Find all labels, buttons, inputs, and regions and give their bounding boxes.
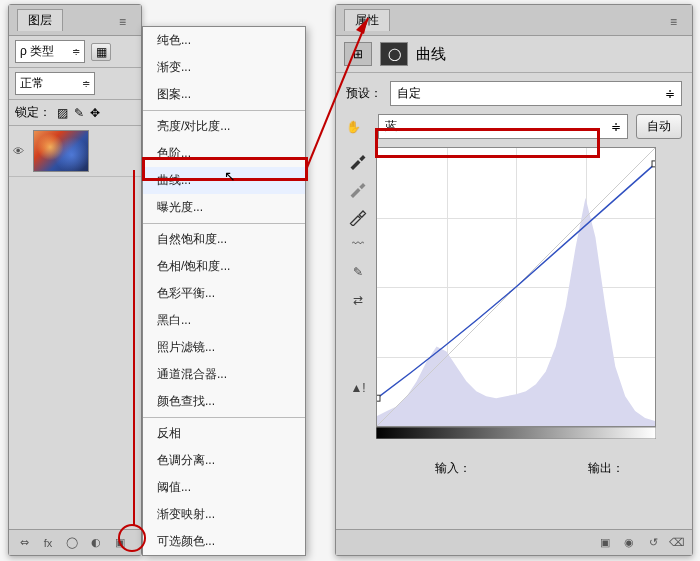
curves-tool-column: 〰 ✎ ⇄ ▲!	[346, 147, 370, 477]
eyedropper-white-icon[interactable]	[348, 207, 368, 225]
delete-icon[interactable]: ⌫	[668, 535, 686, 551]
menu-item-9[interactable]: 色彩平衡...	[143, 280, 305, 307]
preset-dropdown[interactable]: 自定≑	[390, 81, 682, 106]
menu-item-6[interactable]: 曝光度...	[143, 194, 305, 221]
menu-item-3[interactable]: 亮度/对比度...	[143, 113, 305, 140]
preset-label: 预设：	[346, 85, 382, 102]
menu-item-10[interactable]: 黑白...	[143, 307, 305, 334]
auto-button[interactable]: 自动	[636, 114, 682, 139]
menu-item-8[interactable]: 色相/饱和度...	[143, 253, 305, 280]
curves-mode-icon[interactable]: ⊞	[344, 42, 372, 66]
menu-item-0[interactable]: 纯色...	[143, 27, 305, 54]
layers-lock-row: 锁定： ▨ ✎ ✥	[9, 100, 141, 126]
input-gradient	[376, 427, 656, 439]
layers-blend-row: 正常≑	[9, 68, 141, 100]
layers-filter-row: ρ 类型≑ ▦	[9, 36, 141, 68]
blend-mode-dropdown[interactable]: 正常≑	[15, 72, 95, 95]
menu-item-7[interactable]: 自然饱和度...	[143, 226, 305, 253]
curves-graph-area: 〰 ✎ ⇄ ▲!	[346, 147, 682, 477]
curves-canvas[interactable]	[376, 147, 656, 427]
properties-bottom-bar: ▣ ◉ ↺ ⌫	[336, 529, 692, 555]
adjustment-icon[interactable]: ◐	[87, 535, 105, 551]
visibility-eye-icon[interactable]	[13, 144, 27, 158]
preset-row: 预设： 自定≑	[346, 81, 682, 106]
output-label: 输出：	[588, 460, 624, 477]
annotation-channel-highlight	[375, 128, 600, 158]
menu-item-2[interactable]: 图案...	[143, 81, 305, 108]
svg-rect-3	[376, 427, 656, 439]
layer-row[interactable]	[9, 126, 141, 177]
curve-clip-icon[interactable]: ▲!	[348, 379, 368, 397]
menu-item-18[interactable]: 可选颜色...	[143, 528, 305, 555]
adjustment-flyout-menu: 纯色...渐变...图案...亮度/对比度...色阶...曲线...曝光度...…	[142, 26, 306, 556]
lock-transparent-icon[interactable]: ▨	[57, 106, 68, 120]
target-adjust-icon[interactable]	[346, 120, 370, 134]
svg-rect-2	[652, 161, 655, 167]
filter-type-dropdown[interactable]: ρ 类型≑	[15, 40, 85, 63]
menu-item-13[interactable]: 颜色查找...	[143, 388, 305, 415]
curve-point-icon[interactable]: 〰	[348, 235, 368, 253]
menu-item-17[interactable]: 渐变映射...	[143, 501, 305, 528]
menu-separator	[143, 223, 305, 224]
properties-title-row: ⊞ ◯ 曲线	[336, 36, 692, 73]
curves-graph-container: 输入： 输出：	[376, 147, 682, 477]
layers-panel: 图层 ρ 类型≑ ▦ 正常≑ 锁定： ▨ ✎ ✥ ⇔ fx ◯ ◐ ▣	[8, 4, 142, 556]
menu-separator	[143, 110, 305, 111]
menu-item-16[interactable]: 阈值...	[143, 474, 305, 501]
menu-item-14[interactable]: 反相	[143, 420, 305, 447]
mask-icon[interactable]: ◯	[63, 535, 81, 551]
layers-panel-header: 图层	[9, 5, 141, 36]
fx-icon[interactable]: fx	[39, 535, 57, 551]
mask-mode-icon[interactable]: ◯	[380, 42, 408, 66]
menu-item-11[interactable]: 照片滤镜...	[143, 334, 305, 361]
svg-rect-1	[377, 395, 380, 401]
properties-panel: 属性 ⊞ ◯ 曲线 预设： 自定≑ 蓝≑ 自动 〰 ✎	[335, 4, 693, 556]
input-label: 输入：	[435, 460, 471, 477]
panel-menu-icon[interactable]	[670, 15, 684, 25]
filter-pixel-icon[interactable]: ▦	[91, 43, 111, 61]
annotation-circle	[118, 524, 146, 552]
cursor-icon: ↖	[224, 168, 236, 184]
clip-icon[interactable]: ▣	[596, 535, 614, 551]
layers-tab[interactable]: 图层	[17, 9, 63, 31]
menu-item-15[interactable]: 色调分离...	[143, 447, 305, 474]
eyedropper-black-icon[interactable]	[348, 151, 368, 169]
properties-tab[interactable]: 属性	[344, 9, 390, 31]
lock-label: 锁定：	[15, 104, 51, 121]
menu-separator	[143, 417, 305, 418]
lock-move-icon[interactable]: ✥	[90, 106, 100, 120]
layer-thumbnail[interactable]	[33, 130, 89, 172]
curve-line	[377, 148, 655, 426]
curve-smooth-icon[interactable]: ⇄	[348, 291, 368, 309]
link-icon[interactable]: ⇔	[15, 535, 33, 551]
input-output-row: 输入： 输出：	[376, 460, 682, 477]
menu-item-12[interactable]: 通道混合器...	[143, 361, 305, 388]
curve-pencil-icon[interactable]: ✎	[348, 263, 368, 281]
properties-panel-header: 属性	[336, 5, 692, 36]
panel-menu-icon[interactable]	[119, 15, 133, 25]
menu-item-1[interactable]: 渐变...	[143, 54, 305, 81]
view-prev-icon[interactable]: ◉	[620, 535, 638, 551]
reset-icon[interactable]: ↺	[644, 535, 662, 551]
lock-brush-icon[interactable]: ✎	[74, 106, 84, 120]
properties-title: 曲线	[416, 45, 446, 64]
eyedropper-gray-icon[interactable]	[348, 179, 368, 197]
